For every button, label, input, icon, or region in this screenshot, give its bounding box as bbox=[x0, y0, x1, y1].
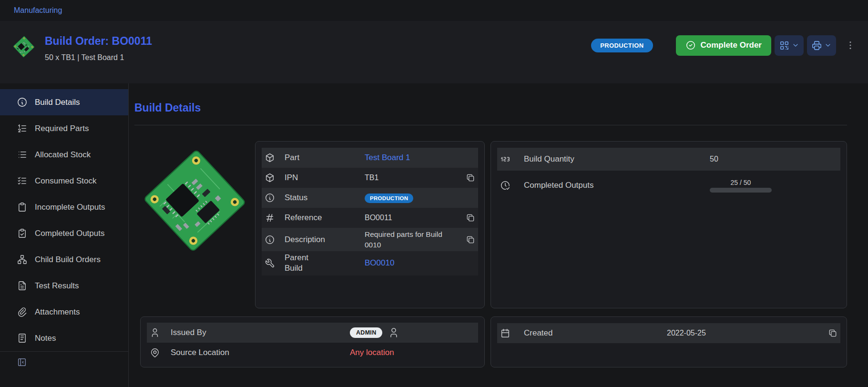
circle-check-icon bbox=[685, 40, 696, 51]
clipboard-check-icon bbox=[17, 228, 28, 239]
detail-label: Status bbox=[285, 193, 365, 203]
issued-by-row: Issued By ADMIN bbox=[147, 323, 478, 343]
created-value: 2022-05-25 bbox=[667, 329, 821, 337]
copy-icon bbox=[466, 213, 475, 223]
issue-card: Issued By ADMIN Source Location Any loca… bbox=[140, 316, 485, 367]
status-badge: PRODUCTION bbox=[591, 39, 653, 52]
detail-label: Parent Build bbox=[285, 253, 365, 274]
copy-button[interactable] bbox=[466, 173, 475, 183]
created-label: Created bbox=[524, 328, 667, 338]
copy-button[interactable] bbox=[828, 328, 837, 338]
sidebar-item-attachments[interactable]: Attachments bbox=[0, 299, 128, 325]
copy-button[interactable] bbox=[466, 213, 475, 223]
printer-icon bbox=[811, 40, 822, 51]
breadcrumb-manufacturing[interactable]: Manufacturing bbox=[14, 6, 62, 15]
details-grid: Part Test Board 1 IPN TB1 bbox=[140, 141, 847, 367]
status-badge-small: PRODUCTION bbox=[365, 194, 413, 203]
numbers-123-icon bbox=[500, 154, 524, 164]
reference-value: BO0011 bbox=[365, 214, 459, 222]
detail-row-description: Description Required parts for Build 001… bbox=[262, 228, 478, 251]
chevron-down-icon bbox=[792, 41, 799, 49]
list-numbers-icon bbox=[17, 123, 28, 134]
part-image[interactable] bbox=[140, 141, 249, 260]
page: Manufacturing Build Order: BO0011 50 x T… bbox=[0, 0, 868, 387]
sidebar-item-incomplete-outputs[interactable]: Incomplete Outputs bbox=[0, 194, 128, 220]
report-icon bbox=[17, 280, 28, 291]
sidebar-item-test-results[interactable]: Test Results bbox=[0, 273, 128, 299]
parent-build-link[interactable]: BO0010 bbox=[365, 258, 459, 268]
progress-track bbox=[710, 188, 772, 193]
map-pin-icon bbox=[150, 347, 171, 358]
tool-icon bbox=[265, 258, 285, 268]
build-quantity-row: Build Quantity 50 bbox=[497, 148, 840, 171]
sidebar-item-required-parts[interactable]: Required Parts bbox=[0, 115, 128, 142]
user-icon bbox=[388, 327, 399, 338]
source-location-value: Any location bbox=[350, 348, 475, 357]
ipn-value: TB1 bbox=[365, 173, 459, 182]
copy-button[interactable] bbox=[466, 235, 475, 244]
box-icon bbox=[265, 173, 285, 183]
completed-outputs-label: Completed Outputs bbox=[524, 181, 710, 190]
detail-row-part: Part Test Board 1 bbox=[262, 148, 478, 168]
sidebar-item-consumed-stock[interactable]: Consumed Stock bbox=[0, 168, 128, 194]
main-content: Build Details Part Test Board 1 bbox=[129, 83, 868, 387]
details-card: Part Test Board 1 IPN TB1 bbox=[255, 141, 485, 308]
completed-outputs-row: Completed Outputs 25 / 50 bbox=[497, 171, 840, 200]
sidebar-item-label: Build Details bbox=[35, 98, 80, 107]
sidebar-item-label: Test Results bbox=[35, 281, 79, 291]
sidebar-item-notes[interactable]: Notes bbox=[0, 325, 128, 351]
more-actions-button[interactable] bbox=[845, 35, 856, 56]
build-thumbnail[interactable] bbox=[12, 35, 35, 59]
copy-icon bbox=[466, 235, 475, 244]
detail-label: IPN bbox=[285, 173, 365, 183]
sidebar-item-label: Notes bbox=[35, 334, 56, 343]
sidebar-item-label: Completed Outputs bbox=[35, 229, 104, 238]
notes-icon bbox=[17, 333, 28, 344]
paperclip-icon bbox=[17, 306, 28, 317]
clock-check-icon bbox=[500, 180, 524, 191]
sidebar-item-label: Consumed Stock bbox=[35, 176, 96, 186]
build-quantity-value: 50 bbox=[710, 155, 837, 163]
issued-by-value: ADMIN bbox=[350, 327, 475, 338]
page-subtitle: 50 x TB1 | Test Board 1 bbox=[45, 53, 152, 62]
copy-icon bbox=[466, 173, 475, 183]
part-link[interactable]: Test Board 1 bbox=[365, 153, 459, 163]
detail-row-parent-build: Parent Build BO0010 bbox=[262, 251, 478, 275]
barcode-actions-button[interactable] bbox=[775, 35, 804, 56]
description-value: Required parts for Build 0010 bbox=[365, 229, 446, 250]
info-circle-icon bbox=[265, 193, 285, 203]
header-actions: PRODUCTION Complete Order bbox=[591, 35, 856, 56]
title-block: Build Order: BO0011 50 x TB1 | Test Boar… bbox=[45, 35, 152, 62]
sitemap-icon bbox=[17, 254, 28, 265]
sidebar-item-child-build-orders[interactable]: Child Build Orders bbox=[0, 246, 128, 273]
sidebar-item-build-details[interactable]: Build Details bbox=[0, 89, 128, 115]
complete-order-button[interactable]: Complete Order bbox=[676, 35, 771, 56]
sidebar-footer bbox=[0, 352, 128, 369]
sidebar-item-completed-outputs[interactable]: Completed Outputs bbox=[0, 220, 128, 246]
user-icon bbox=[150, 327, 171, 338]
sidebar: Build Details Required Parts Allocated S… bbox=[0, 83, 129, 387]
detail-label: Reference bbox=[285, 213, 365, 223]
source-location-label: Source Location bbox=[171, 348, 350, 357]
qrcode-icon bbox=[779, 40, 790, 51]
copy-icon bbox=[828, 328, 837, 338]
print-actions-button[interactable] bbox=[807, 35, 836, 56]
detail-row-ipn: IPN TB1 bbox=[262, 168, 478, 188]
page-header: Build Order: BO0011 50 x TB1 | Test Boar… bbox=[0, 21, 868, 83]
created-card: Created 2022-05-25 bbox=[490, 316, 847, 367]
info-circle-icon bbox=[17, 97, 28, 108]
sidebar-item-allocated-stock[interactable]: Allocated Stock bbox=[0, 142, 128, 168]
sidebar-item-label: Allocated Stock bbox=[35, 150, 91, 160]
created-row: Created 2022-05-25 bbox=[497, 323, 840, 343]
list-check-icon bbox=[17, 175, 28, 186]
sidebar-collapse-button[interactable] bbox=[17, 357, 27, 369]
clipboard-icon bbox=[17, 202, 28, 213]
complete-order-label: Complete Order bbox=[701, 41, 762, 50]
sidebar-item-label: Incomplete Outputs bbox=[35, 203, 105, 212]
sidebar-item-label: Attachments bbox=[35, 307, 80, 317]
issued-by-label: Issued By bbox=[171, 328, 350, 337]
quantity-label: Build Quantity bbox=[524, 154, 710, 164]
calendar-icon bbox=[500, 328, 524, 338]
detail-row-reference: Reference BO0011 bbox=[262, 208, 478, 228]
hash-icon bbox=[265, 213, 285, 223]
